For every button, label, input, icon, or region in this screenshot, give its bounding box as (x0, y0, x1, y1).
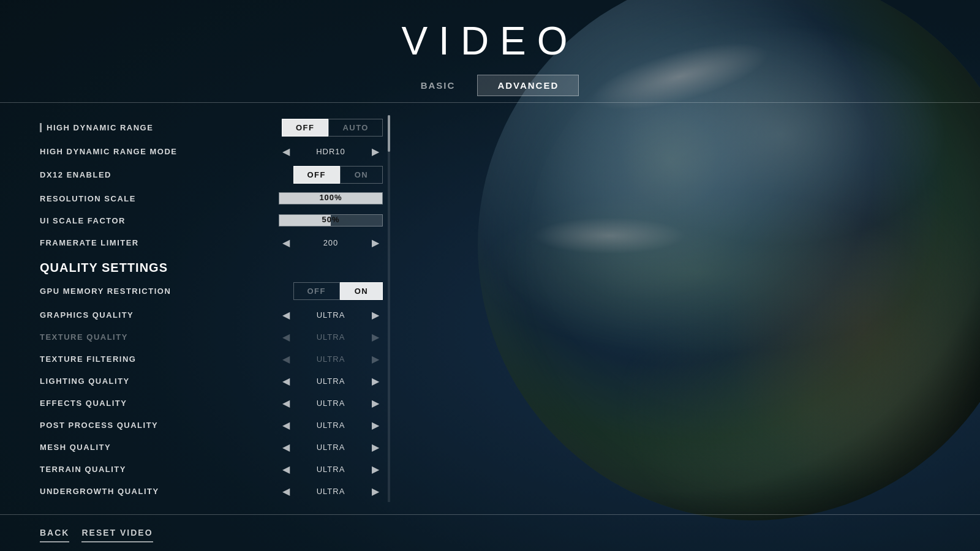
arrow-left-graphics[interactable]: ◀ (279, 308, 293, 322)
label-post-process: POST PROCESS QUALITY (40, 421, 158, 430)
setting-lighting-quality: LIGHTING QUALITY ◀ ULTRA ▶ (40, 370, 383, 392)
arrow-left-mesh[interactable]: ◀ (279, 440, 293, 454)
value-hdr-mode: HDR10 (306, 147, 355, 156)
slider-track-ui: 50% (279, 214, 383, 227)
toggle-on-gpu[interactable]: ON (340, 282, 383, 300)
label-high-dynamic-range: HIGH DYNAMIC RANGE (40, 123, 153, 132)
control-texture-filtering: ◀ ULTRA ▶ (279, 352, 383, 366)
arrow-left-terrain[interactable]: ◀ (279, 462, 293, 476)
arrow-left-effects[interactable]: ◀ (279, 396, 293, 410)
control-resolution-scale: 100% (279, 191, 383, 206)
control-framerate: ◀ 200 ▶ (279, 236, 383, 250)
arrow-right-terrain[interactable]: ▶ (368, 462, 383, 476)
arrow-right-post[interactable]: ▶ (368, 418, 383, 432)
control-ui-scale: 50% (279, 213, 383, 228)
control-lighting-quality: ◀ ULTRA ▶ (279, 374, 383, 388)
label-dx12: DX12 ENABLED (40, 170, 111, 179)
value-framerate: 200 (306, 238, 355, 247)
value-terrain-quality: ULTRA (306, 465, 355, 474)
arrow-left-texture-filtering[interactable]: ◀ (279, 352, 293, 366)
setting-dx12: DX12 ENABLED OFF ON (40, 162, 383, 187)
reset-video-button[interactable]: RESET VIDEO (81, 524, 153, 542)
label-texture-quality: TEXTURE QUALITY (40, 332, 128, 342)
label-ui-scale: UI SCALE FACTOR (40, 216, 126, 225)
label-graphics-quality: GRAPHICS QUALITY (40, 310, 134, 320)
label-texture-filtering: TEXTURE FILTERING (40, 354, 136, 364)
value-undergrowth-quality: ULTRA (306, 487, 355, 496)
control-effects-quality: ◀ ULTRA ▶ (279, 396, 383, 410)
control-high-dynamic-range: OFF AUTO (282, 119, 383, 137)
setting-framerate: FRAMERATE LIMITER ◀ 200 ▶ (40, 231, 383, 253)
slider-resolution-scale[interactable]: 100% (279, 191, 383, 206)
label-gpu-memory: GPU MEMORY RESTRICTION (40, 287, 171, 296)
control-mesh-quality: ◀ ULTRA ▶ (279, 440, 383, 454)
value-graphics-quality: ULTRA (306, 310, 355, 320)
arrow-right-texture-quality[interactable]: ▶ (368, 330, 383, 344)
control-graphics-quality: ◀ ULTRA ▶ (279, 308, 383, 322)
arrow-right-lighting[interactable]: ▶ (368, 374, 383, 388)
control-gpu-memory: OFF ON (293, 282, 383, 300)
setting-resolution-scale: RESOLUTION SCALE 100% (40, 187, 383, 209)
back-button[interactable]: BACK (40, 524, 69, 542)
value-texture-quality: ULTRA (306, 332, 355, 342)
arrow-right-graphics[interactable]: ▶ (368, 308, 383, 322)
arrow-left-texture-quality[interactable]: ◀ (279, 330, 293, 344)
value-effects-quality: ULTRA (306, 399, 355, 408)
setting-graphics-quality: GRAPHICS QUALITY ◀ ULTRA ▶ (40, 304, 383, 326)
toggle-auto-high-dynamic-range[interactable]: AUTO (328, 119, 383, 137)
setting-effects-quality: EFFECTS QUALITY ◀ ULTRA ▶ (40, 392, 383, 414)
value-mesh-quality: ULTRA (306, 443, 355, 452)
scroll-thumb (388, 115, 390, 152)
toggle-off-gpu[interactable]: OFF (293, 282, 341, 300)
tab-bar: BASIC ADVANCED (401, 75, 579, 96)
tab-advanced[interactable]: ADVANCED (477, 75, 579, 96)
setting-terrain-quality: TERRAIN QUALITY ◀ ULTRA ▶ (40, 458, 383, 480)
control-undergrowth-quality: ◀ ULTRA ▶ (279, 484, 383, 498)
value-post-process: ULTRA (306, 421, 355, 430)
arrow-left-post[interactable]: ◀ (279, 418, 293, 432)
arrow-left-hdr-mode[interactable]: ◀ (279, 144, 293, 159)
setting-high-dynamic-range: HIGH DYNAMIC RANGE OFF AUTO (40, 115, 383, 140)
setting-mesh-quality: MESH QUALITY ◀ ULTRA ▶ (40, 436, 383, 458)
section-quality-settings: QUALITY SETTINGS (40, 253, 383, 279)
toggle-off-dx12[interactable]: OFF (293, 166, 341, 184)
bottom-bar: BACK RESET VIDEO (0, 514, 980, 551)
arrow-right-mesh[interactable]: ▶ (368, 440, 383, 454)
arrow-right-undergrowth[interactable]: ▶ (368, 484, 383, 498)
control-post-process: ◀ ULTRA ▶ (279, 418, 383, 432)
settings-panel: HIGH DYNAMIC RANGE OFF AUTO HIGH DYNAMIC… (40, 115, 383, 502)
scrollbar[interactable] (388, 115, 390, 502)
toggle-high-dynamic-range: OFF AUTO (282, 119, 383, 137)
setting-ui-scale: UI SCALE FACTOR 50% (40, 209, 383, 231)
value-texture-filtering: ULTRA (306, 354, 355, 364)
slider-value-resolution: 100% (279, 193, 382, 202)
tab-basic[interactable]: BASIC (401, 75, 475, 96)
arrow-right-effects[interactable]: ▶ (368, 396, 383, 410)
setting-post-process: POST PROCESS QUALITY ◀ ULTRA ▶ (40, 414, 383, 436)
toggle-off-high-dynamic-range[interactable]: OFF (282, 119, 329, 137)
control-dx12: OFF ON (293, 166, 383, 184)
arrow-right-hdr-mode[interactable]: ▶ (368, 144, 383, 159)
label-terrain-quality: TERRAIN QUALITY (40, 465, 126, 474)
arrow-left-undergrowth[interactable]: ◀ (279, 484, 293, 498)
toggle-dx12: OFF ON (293, 166, 383, 184)
arrow-left-lighting[interactable]: ◀ (279, 374, 293, 388)
setting-gpu-memory: GPU MEMORY RESTRICTION OFF ON (40, 279, 383, 304)
label-lighting-quality: LIGHTING QUALITY (40, 377, 130, 386)
slider-track-resolution: 100% (279, 192, 383, 204)
arrow-left-framerate[interactable]: ◀ (279, 236, 293, 250)
control-hdr-mode: ◀ HDR10 ▶ (279, 144, 383, 159)
value-lighting-quality: ULTRA (306, 377, 355, 386)
label-effects-quality: EFFECTS QUALITY (40, 399, 127, 408)
setting-undergrowth-quality: UNDERGROWTH QUALITY ◀ ULTRA ▶ (40, 480, 383, 502)
arrow-right-framerate[interactable]: ▶ (368, 236, 383, 250)
control-terrain-quality: ◀ ULTRA ▶ (279, 462, 383, 476)
page-title: VIDEO (401, 18, 578, 64)
label-mesh-quality: MESH QUALITY (40, 443, 111, 452)
label-undergrowth-quality: UNDERGROWTH QUALITY (40, 487, 159, 496)
slider-ui-scale[interactable]: 50% (279, 213, 383, 228)
label-resolution-scale: RESOLUTION SCALE (40, 194, 136, 203)
arrow-right-texture-filtering[interactable]: ▶ (368, 352, 383, 366)
label-framerate: FRAMERATE LIMITER (40, 238, 139, 247)
toggle-on-dx12[interactable]: ON (340, 166, 383, 184)
